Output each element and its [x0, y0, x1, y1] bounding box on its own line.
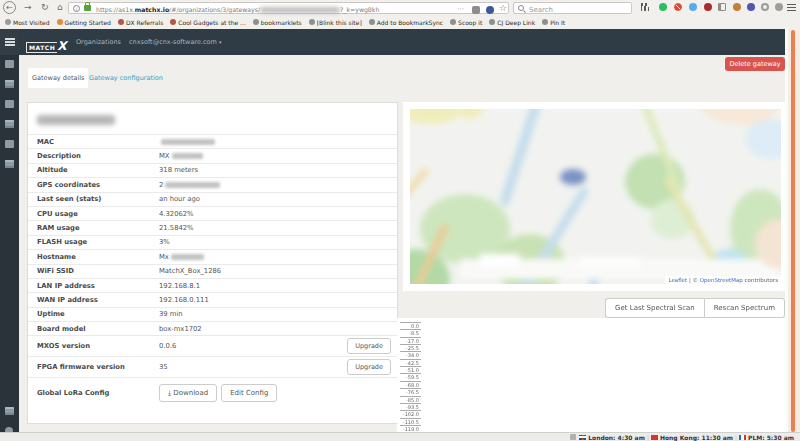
bookmark-item[interactable]: CJ Deep Link — [489, 19, 535, 26]
bookmarklet-icon — [309, 19, 315, 25]
nav-user-menu[interactable]: cnxsoft@cnx-software.com ▾ — [129, 38, 221, 46]
bookmark-item[interactable]: [Blink this site] — [309, 19, 362, 26]
gateway-details-panel: MACDescriptionMXAltitude318 metersGPS co… — [27, 102, 398, 424]
row-value: 2 — [159, 181, 220, 189]
site-addon-icon[interactable] — [486, 6, 494, 14]
bookmark-item[interactable]: Getting Started — [57, 19, 111, 26]
hk-flag-icon — [651, 435, 658, 440]
nav-organizations[interactable]: Organizations — [76, 38, 121, 46]
map-book-icon[interactable] — [5, 100, 14, 108]
separator: | — [647, 434, 649, 441]
pocket-icon[interactable] — [472, 6, 480, 14]
y-axis-tick: -76.5 — [400, 388, 421, 395]
mail-icon[interactable] — [5, 407, 14, 415]
dx-icon — [118, 19, 124, 25]
reload-icon[interactable]: ↻ — [41, 1, 49, 14]
row-value: MatchX_Box_1286 — [159, 267, 221, 275]
search-placeholder: Search — [529, 6, 553, 14]
scrollbar-thumb[interactable] — [791, 30, 795, 432]
link-addon-icon[interactable] — [761, 3, 769, 11]
bookmark-label: CJ Deep Link — [497, 19, 535, 26]
tab-gateway-configuration[interactable]: Gateway configuration — [85, 68, 167, 88]
row-value: MX — [159, 152, 203, 160]
redacted-value — [165, 182, 220, 188]
bookmark-item[interactable]: Scoop it — [450, 19, 482, 26]
row-label: Altitude — [28, 166, 159, 174]
tab-gateway-details[interactable]: Gateway details — [28, 68, 88, 88]
upgrade-button[interactable]: Upgrade — [347, 359, 391, 375]
dashboard-icon[interactable] — [5, 80, 14, 88]
menu-icon[interactable] — [787, 4, 796, 11]
edit-config-button[interactable]: Edit Config — [221, 384, 277, 402]
table-row: WAN IP address192.168.0.111 — [28, 292, 397, 306]
y-axis-tick: -8.5 — [400, 329, 421, 336]
twitter-icon[interactable] — [689, 3, 697, 11]
table-row: HostnameMx — [28, 249, 397, 263]
foxclocks-icon[interactable] — [570, 434, 576, 440]
browser-toolbar: ← → ↻ ⌂ i https://as1x.matchx.io/#/organ… — [0, 0, 800, 29]
wallet-icon[interactable] — [5, 60, 14, 68]
rescan-spectrum-button[interactable]: Rescan Spectrum — [704, 298, 785, 318]
row-label: CPU usage — [28, 210, 159, 218]
bookmark-item[interactable]: Most Visited — [5, 19, 50, 26]
url-text: https://as1x.matchx.io/#/organizations/3… — [96, 6, 379, 13]
evernote-icon[interactable] — [659, 3, 667, 11]
bookmark-label: Add to BookmarkSync — [377, 19, 443, 26]
page-actions-icon[interactable]: ⋯ — [457, 5, 464, 13]
bookmark-label: bookmarklets — [261, 19, 302, 26]
bookmarks-bar: Most VisitedGetting StartedDX ReferralsC… — [0, 15, 800, 29]
row-value: 35 — [159, 363, 168, 371]
addon-blue-icon[interactable] — [747, 3, 755, 11]
site-info-icon[interactable]: i — [73, 5, 80, 12]
addon-gray-icon[interactable] — [775, 3, 783, 11]
search-bar[interactable]: Search — [513, 2, 632, 14]
bookmarklet-icon — [542, 19, 548, 25]
row-value: an hour ago — [159, 195, 200, 203]
upgrade-button[interactable]: Upgrade — [347, 338, 391, 354]
bookmark-star-icon[interactable]: ☆ — [499, 3, 507, 13]
app-sidebar — [0, 29, 19, 433]
sidebar-toggle-icon[interactable] — [718, 3, 726, 11]
bookmark-item[interactable]: Pin It — [542, 19, 565, 26]
adblock-icon[interactable] — [674, 3, 682, 11]
bookmark-item[interactable]: Add to BookmarkSync — [369, 19, 443, 26]
gears-icon[interactable] — [5, 120, 14, 128]
list-icon[interactable] — [5, 160, 14, 168]
addon-orange-icon[interactable] — [733, 3, 741, 11]
scrollbar[interactable] — [788, 29, 800, 433]
uk-flag-icon — [579, 435, 586, 440]
home-icon[interactable]: ⌂ — [57, 1, 63, 14]
url-blur — [260, 7, 340, 13]
users-icon[interactable] — [5, 140, 14, 148]
pocket-icon[interactable] — [704, 3, 712, 11]
delete-gateway-button[interactable]: Delete gateway — [725, 57, 785, 71]
table-row: FLASH usage3% — [28, 235, 397, 249]
bookmark-item[interactable]: Cool Gadgets at the ... — [170, 19, 246, 26]
library-icon[interactable] — [641, 3, 649, 11]
row-label: FPGA firmware version — [28, 363, 159, 371]
bookmark-item[interactable]: DX Referrals — [118, 19, 163, 26]
row-label: Uptime — [28, 310, 159, 318]
spectral-scan-chart: 0.0-8.5-17.0-25.5-34.0-42.5-51.0-59.5-68… — [397, 318, 788, 433]
get-last-spectral-scan-button[interactable]: Get Last Spectral Scan — [605, 298, 704, 318]
y-axis-tick: -68.0 — [400, 381, 421, 388]
y-axis-tick: -34.0 — [400, 351, 421, 358]
table-row: MXOS version0.0.6Upgrade — [28, 335, 397, 356]
back-icon[interactable]: ← — [3, 1, 16, 14]
table-row: MAC — [28, 134, 397, 148]
status-bar: London: 4:30 am|Hong Kong: 11:30 am|PLM:… — [0, 432, 800, 441]
gateway-map[interactable]: Leaflet | © OpenStreetMap contributors — [410, 109, 781, 284]
y-axis-tick: -85.0 — [400, 396, 421, 403]
bookmark-label: Getting Started — [65, 19, 111, 26]
row-label: Global LoRa Config — [28, 389, 159, 397]
y-axis-tick: -102.0 — [400, 410, 421, 417]
row-value: 0.0.6 — [159, 342, 176, 350]
url-bar[interactable]: i https://as1x.matchx.io/#/organizations… — [68, 2, 509, 14]
separator: | — [735, 434, 737, 441]
bookmark-item[interactable]: bookmarklets — [253, 19, 302, 26]
sidebar-menu-icon[interactable] — [5, 38, 15, 46]
forward-icon[interactable]: → — [24, 1, 32, 14]
download-button[interactable]: ⤓ Download — [159, 384, 217, 402]
clock-london: London: 4:30 am — [579, 434, 645, 441]
matchx-logo[interactable]: MATCHX — [26, 35, 66, 54]
